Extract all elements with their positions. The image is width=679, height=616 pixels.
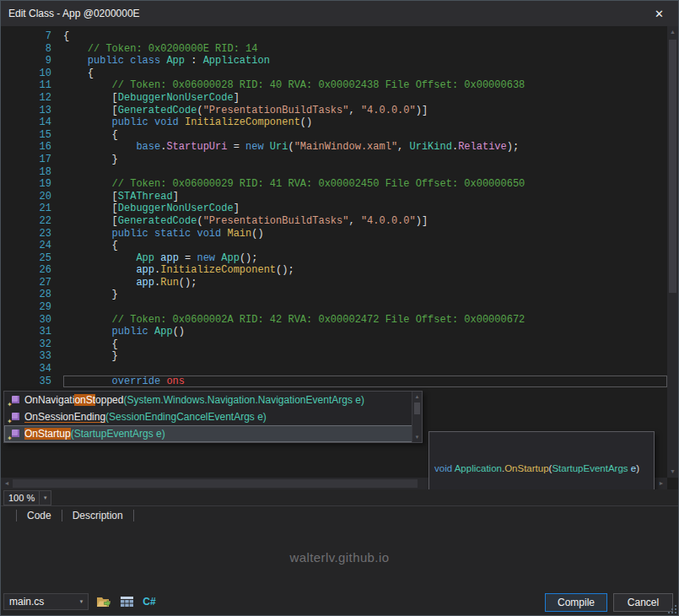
- token: (: [288, 141, 294, 153]
- token: (): [300, 116, 312, 128]
- completion-item[interactable]: ✦OnSessionEnding(SessionEndingCancelEven…: [4, 408, 422, 425]
- code-line[interactable]: 31 public App(): [1, 326, 667, 338]
- token: app: [63, 264, 154, 276]
- token: OnStartup: [24, 428, 71, 440]
- horizontal-scrollbar-thumb[interactable]: [13, 479, 418, 488]
- tab-description[interactable]: Description: [62, 506, 133, 524]
- code-line[interactable]: 13 [GeneratedCode("PresentationBuildTask…: [1, 105, 667, 117]
- line-number: 19: [1, 178, 63, 191]
- close-button[interactable]: ✕: [640, 1, 678, 26]
- titlebar[interactable]: Edit Class - App @0200000E ✕: [1, 1, 678, 26]
- token: GeneratedCode: [118, 215, 197, 227]
- completion-item[interactable]: ✦OnStartup(StartupEventArgs e): [4, 425, 422, 442]
- token: onSt: [74, 394, 95, 406]
- token: UriKind: [410, 141, 452, 153]
- popup-scroll-up-icon[interactable]: ▲: [412, 392, 422, 402]
- zoom-combobox[interactable]: 100 % ▼: [3, 490, 51, 505]
- method-icon: ✦: [8, 393, 21, 407]
- code-line[interactable]: 35 override ons: [1, 376, 667, 388]
- scroll-down-icon[interactable]: ▼: [667, 466, 678, 478]
- vertical-scrollbar-thumb[interactable]: [669, 40, 676, 293]
- code-line[interactable]: 30 // Token: 0x0600002A RID: 42 RVA: 0x0…: [1, 314, 667, 327]
- code-line[interactable]: 20 [STAThread]: [1, 191, 667, 203]
- code-line[interactable]: 8 // Token: 0x0200000E RID: 14: [1, 43, 667, 56]
- code-line[interactable]: 14 public void InitializeComponent(): [1, 116, 667, 129]
- popup-scrollbar-thumb[interactable]: [414, 403, 420, 414]
- line-number: 7: [1, 30, 63, 43]
- code-line[interactable]: 19 // Token: 0x06000029 RID: 41 RVA: 0x0…: [1, 178, 667, 191]
- gac-references-button[interactable]: [118, 594, 135, 609]
- code-line-text: app.InitializeComponent();: [63, 264, 667, 277]
- code-line-text: public App(): [63, 326, 667, 338]
- code-line[interactable]: 23 public static void Main(): [1, 228, 667, 240]
- line-number: 8: [1, 43, 63, 56]
- token: (: [197, 215, 202, 227]
- scroll-up-icon[interactable]: ▲: [667, 26, 678, 38]
- compile-button[interactable]: Compile: [545, 593, 607, 612]
- token: App: [63, 252, 154, 264]
- code-line[interactable]: 24 {: [1, 240, 667, 252]
- code-line-text: App app = new App();: [63, 252, 667, 265]
- token: {: [63, 68, 94, 79]
- line-number: 32: [1, 338, 63, 351]
- popup-scroll-down-icon[interactable]: ▼: [412, 432, 422, 442]
- protected-marker-icon: ✦: [7, 402, 13, 408]
- scroll-left-icon[interactable]: ◄: [1, 478, 13, 489]
- line-number: 23: [1, 228, 63, 240]
- code-line[interactable]: 18: [1, 166, 667, 179]
- token: (): [251, 228, 263, 240]
- token: app: [63, 277, 154, 289]
- csharp-icon[interactable]: C#: [139, 594, 159, 609]
- token: ,: [348, 215, 360, 227]
- line-number: 15: [1, 129, 63, 142]
- code-line[interactable]: 7{: [1, 30, 667, 43]
- token: "4.0.0.0": [361, 215, 416, 227]
- completion-item[interactable]: ✦OnNavigationStopped(System.Windows.Navi…: [4, 392, 422, 408]
- tab-code[interactable]: Code: [17, 506, 62, 524]
- zoom-dropdown-icon[interactable]: ▼: [39, 491, 51, 505]
- line-number: 34: [1, 363, 63, 376]
- line-number: 27: [1, 277, 63, 289]
- code-line[interactable]: 29: [1, 301, 667, 314]
- line-number: 9: [1, 55, 63, 68]
- edit-class-dialog: Edit Class - App @0200000E ✕ 7{8 // Toke…: [0, 0, 679, 616]
- code-line[interactable]: 9 public class App : Application: [1, 55, 667, 68]
- code-line[interactable]: 27 app.Run();: [1, 277, 667, 289]
- popup-scrollbar[interactable]: ▲ ▼: [412, 392, 422, 442]
- token: ons: [166, 376, 185, 387]
- code-line[interactable]: 26 app.InitializeComponent();: [1, 264, 667, 277]
- code-line[interactable]: 34: [1, 363, 667, 376]
- code-line[interactable]: 25 App app = new App();: [1, 252, 667, 265]
- cancel-button[interactable]: Cancel: [613, 593, 673, 612]
- token: Run: [160, 277, 179, 289]
- token: public: [63, 326, 154, 338]
- code-line[interactable]: 17 }: [1, 154, 667, 166]
- code-line[interactable]: 10 {: [1, 68, 667, 80]
- code-line-text: // Token: 0x0200000E RID: 14: [63, 43, 667, 56]
- code-line[interactable]: 16 base.StartupUri = new Uri("MainWindow…: [1, 141, 667, 154]
- code-line[interactable]: 28 }: [1, 289, 667, 301]
- code-line[interactable]: 22 [GeneratedCode("PresentationBuildTask…: [1, 215, 667, 228]
- code-line[interactable]: 15 {: [1, 129, 667, 142]
- line-number: 20: [1, 191, 63, 203]
- line-number: 11: [1, 79, 63, 92]
- code-line-text: {: [63, 129, 667, 142]
- editor-vertical-scrollbar[interactable]: ▲ ▼: [667, 26, 678, 478]
- code-line[interactable]: 21 [DebuggerNonUserCode]: [1, 203, 667, 215]
- code-line[interactable]: 33 }: [1, 350, 667, 363]
- code-editor[interactable]: 7{8 // Token: 0x0200000E RID: 149 public…: [1, 26, 678, 489]
- token: {: [63, 129, 118, 141]
- scroll-right-icon[interactable]: ►: [655, 478, 667, 489]
- completion-list: ✦OnNavigationStopped(System.Windows.Navi…: [4, 392, 422, 442]
- code-line[interactable]: 11 // Token: 0x06000028 RID: 40 RVA: 0x0…: [1, 79, 667, 92]
- code-line[interactable]: 12 [DebuggerNonUserCode]: [1, 92, 667, 105]
- code-line-text: [GeneratedCode("PresentationBuildTasks",…: [63, 105, 667, 117]
- file-combobox[interactable]: main.cs ▼: [3, 593, 89, 610]
- add-document-button[interactable]: [95, 594, 112, 609]
- code-line[interactable]: 32 {: [1, 338, 667, 351]
- token: "MainWindow.xaml": [294, 141, 397, 153]
- token: }: [63, 350, 118, 362]
- resize-grip[interactable]: [666, 603, 676, 613]
- file-combobox-dropdown-icon[interactable]: ▼: [75, 599, 88, 604]
- tab-separator: [133, 510, 134, 521]
